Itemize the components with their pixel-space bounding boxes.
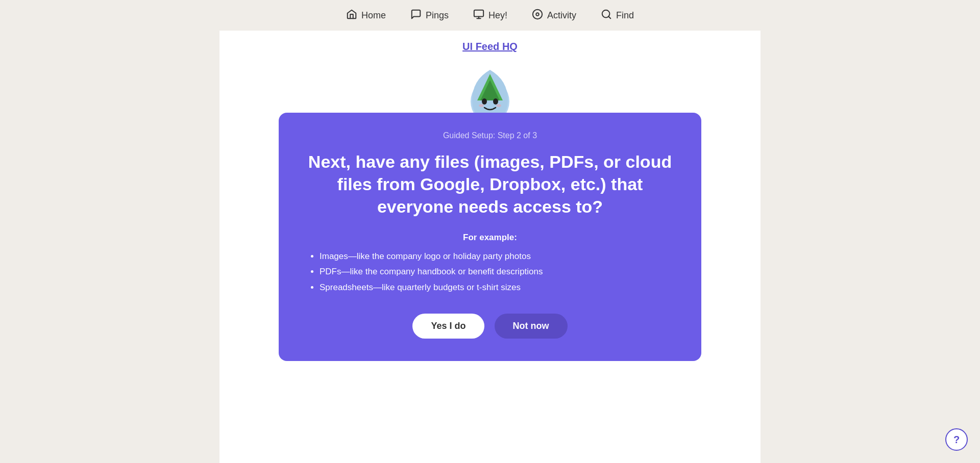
nav-home[interactable]: Home xyxy=(346,9,386,22)
help-button[interactable]: ? xyxy=(945,428,968,451)
svg-rect-0 xyxy=(474,10,483,16)
card-container: UI Feed HQ xyxy=(219,31,761,463)
not-now-button[interactable]: Not now xyxy=(495,314,568,339)
list-item: Images—like the company logo or holiday … xyxy=(320,249,677,265)
list-item: PDFs—like the company handbook or benefi… xyxy=(320,264,677,280)
svg-point-3 xyxy=(533,9,542,18)
svg-point-16 xyxy=(493,98,498,105)
pings-icon xyxy=(410,9,422,22)
list-item: Spreadsheets—like quarterly budgets or t… xyxy=(320,280,677,296)
yes-button[interactable]: Yes I do xyxy=(412,314,484,339)
mascot-area: Guided Setup: Step 2 of 3 Next, have any… xyxy=(279,53,701,361)
feed-hq-link[interactable]: UI Feed HQ xyxy=(462,41,518,53)
example-list: Images—like the company logo or holiday … xyxy=(303,249,677,296)
main-content: UI Feed HQ xyxy=(0,31,980,463)
nav-hey[interactable]: Hey! xyxy=(473,9,507,22)
hey-icon xyxy=(473,9,484,22)
find-icon xyxy=(601,9,612,22)
help-icon: ? xyxy=(953,434,960,446)
step-label: Guided Setup: Step 2 of 3 xyxy=(303,131,677,140)
svg-line-6 xyxy=(608,16,610,18)
activity-icon xyxy=(532,9,543,22)
nav-hey-label: Hey! xyxy=(488,10,507,21)
nav-bar: Home Pings Hey! Activity xyxy=(0,0,980,31)
svg-point-17 xyxy=(479,104,484,107)
svg-point-4 xyxy=(536,13,539,16)
example-label: For example: xyxy=(303,233,677,243)
dialog-heading: Next, have any files (images, PDFs, or c… xyxy=(303,150,677,218)
svg-point-18 xyxy=(496,104,501,107)
nav-pings[interactable]: Pings xyxy=(410,9,449,22)
home-icon xyxy=(346,9,357,22)
nav-home-label: Home xyxy=(361,10,386,21)
nav-activity[interactable]: Activity xyxy=(532,9,576,22)
nav-find-label: Find xyxy=(616,10,634,21)
nav-activity-label: Activity xyxy=(547,10,576,21)
nav-pings-label: Pings xyxy=(426,10,449,21)
setup-dialog: Guided Setup: Step 2 of 3 Next, have any… xyxy=(279,113,701,361)
svg-point-15 xyxy=(482,98,487,105)
nav-find[interactable]: Find xyxy=(601,9,634,22)
button-row: Yes I do Not now xyxy=(303,314,677,339)
